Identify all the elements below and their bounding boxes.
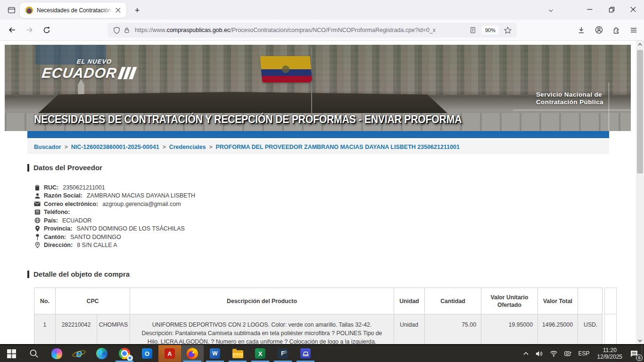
breadcrumb-credenciales[interactable]: Credenciales — [169, 144, 206, 150]
f-app-icon: F⚙ — [278, 348, 288, 359]
tray-notifications-button[interactable]: 6 — [627, 345, 642, 362]
taskbar-internet-explorer-button[interactable]: e — [68, 345, 91, 362]
taskbar-file-explorer-button[interactable] — [226, 345, 249, 362]
back-button[interactable] — [5, 23, 19, 37]
provider-fields: RUC:2350621211001 Razón Social:ZAMBRANO … — [34, 183, 195, 249]
reload-button[interactable] — [40, 23, 54, 37]
restore-button[interactable] — [601, 0, 622, 19]
forward-button[interactable] — [22, 23, 36, 37]
account-button[interactable] — [592, 23, 606, 37]
col-header-cpc: CPC — [56, 288, 130, 314]
tray-clock[interactable]: 11:20 12/9/2025 — [593, 347, 627, 361]
breadcrumb-separator: > — [65, 144, 68, 150]
breadcrumb-proforma-current[interactable]: PROFORMA DEL PROVEEDOR ZAMBRANO MACIAS D… — [216, 144, 460, 150]
forward-arrow-icon — [25, 26, 33, 34]
cell-currency: USD. — [578, 314, 603, 345]
url-bar[interactable]: https://www.compraspublicas.gob.ec/Proce… — [107, 23, 517, 38]
breadcrumb-nic-code[interactable]: NIC-1260023860001-2025-00041 — [71, 144, 159, 150]
cell-description: UNIFORMES DEPORTIVOS CON 2 LOGOS. Color:… — [130, 314, 394, 345]
taskbar-outlook-button[interactable]: O — [136, 345, 158, 362]
start-button[interactable] — [0, 345, 23, 362]
reload-icon — [43, 26, 50, 34]
cell-no: 1 — [34, 314, 56, 345]
taskbar-chrome-button[interactable] — [113, 345, 136, 362]
taskbar-acrobat-button[interactable]: A — [158, 345, 181, 362]
taskbar-word-button[interactable]: W — [204, 345, 226, 362]
nuevo-ecuador-logo: EL NUEVO ECUADOR — [41, 58, 137, 81]
tab-close-icon[interactable] — [113, 6, 123, 15]
tray-date: 12/9/2025 — [597, 354, 622, 361]
chevron-down-icon — [548, 8, 554, 14]
file-explorer-icon — [232, 350, 243, 358]
table-header-row: No. CPC Descripción del Producto Unidad … — [34, 288, 603, 314]
tray-volume-icon[interactable] — [532, 345, 546, 362]
taskbar-search-button[interactable] — [23, 345, 45, 362]
list-all-tabs-button[interactable] — [544, 4, 557, 16]
tab-title: Necesidades de Contratación y — [37, 7, 113, 14]
tray-chevron-up-icon[interactable] — [520, 345, 532, 362]
page-title: NECESIDADES DE CONTRATACIÓN Y RECEPCIÓN … — [34, 113, 462, 126]
new-tab-button[interactable]: + — [131, 4, 143, 16]
field-provincia: Provincia:SANTO DOMINGO DE LOS TSÁCHILAS — [34, 225, 195, 233]
shield-icon[interactable] — [111, 27, 122, 34]
taskbar: e O A W X F⚙ — [0, 344, 644, 362]
internet-explorer-icon: e — [73, 347, 85, 360]
chrome-profile-badge — [127, 355, 133, 361]
outlook-icon: O — [142, 348, 152, 359]
field-ruc: RUC:2350621211001 — [34, 183, 195, 192]
provider-section-heading: Datos del Proveedor — [27, 164, 102, 172]
taskbar-firefox-button[interactable] — [181, 345, 204, 362]
tray-wifi-icon[interactable] — [546, 345, 561, 362]
site-favicon-icon — [25, 7, 33, 14]
purchase-section-heading: Detalle del objeto de compra — [27, 270, 130, 278]
taskbar-scanner-button[interactable] — [294, 345, 317, 362]
page-scrollbar[interactable] — [636, 41, 644, 344]
edge-icon — [96, 348, 107, 359]
browser-tab[interactable]: Necesidades de Contratación y — [20, 2, 126, 18]
extensions-button[interactable] — [609, 23, 623, 37]
firefox-icon — [187, 348, 198, 359]
firefox-view-button[interactable] — [5, 4, 18, 16]
account-icon — [595, 26, 603, 34]
notification-count-badge: 6 — [636, 354, 643, 361]
scroll-up-arrow-icon[interactable] — [636, 41, 644, 48]
breadcrumb: Buscador > NIC-1260023860001-2025-00041 … — [27, 140, 609, 154]
window-controls — [579, 0, 644, 19]
taskbar-excel-button[interactable]: X — [249, 345, 272, 362]
col-header-unit-value: Valor Unitario Ofertado — [481, 288, 538, 314]
excel-icon: X — [255, 348, 265, 359]
navigation-bar: https://www.compraspublicas.gob.ec/Proce… — [0, 20, 644, 41]
downloads-button[interactable] — [574, 23, 588, 37]
cell-cpc-code: 282210042 — [56, 314, 97, 345]
col-header-currency — [578, 288, 603, 314]
cell-unit: Unidad — [394, 314, 425, 345]
tray-language-indicator[interactable]: ESP — [575, 345, 593, 362]
close-button[interactable] — [622, 0, 644, 19]
scroll-down-arrow-icon[interactable] — [636, 337, 644, 344]
lock-icon[interactable] — [122, 27, 132, 33]
cell-total-value: 1496.25000 — [538, 314, 578, 345]
download-icon — [578, 26, 585, 34]
col-header-no: No. — [34, 288, 56, 314]
scrollbar-thumb[interactable] — [637, 50, 643, 173]
hamburger-icon — [630, 26, 637, 34]
purchase-detail-table: No. CPC Descripción del Producto Unidad … — [34, 288, 603, 344]
field-telefono: Teléfono: — [34, 208, 195, 217]
bookmark-star-icon[interactable] — [503, 26, 513, 34]
minimize-button[interactable] — [579, 0, 601, 19]
field-canton: Cantón:SANTO DOMINGO — [34, 233, 195, 241]
map-marker-outline-icon — [34, 242, 41, 248]
taskbar-copilot-button[interactable] — [45, 345, 68, 362]
col-header-quantity: Cantidad — [425, 288, 481, 314]
taskbar-edge-button[interactable] — [91, 345, 113, 362]
menu-button[interactable] — [627, 23, 641, 37]
taskbar-f-app-button[interactable]: F⚙ — [272, 345, 294, 362]
accent-bar — [27, 131, 609, 138]
breadcrumb-buscador[interactable]: Buscador — [34, 144, 61, 150]
field-razon-social: Razón Social:ZAMBRANO MACIAS DAYANA LISB… — [34, 192, 195, 200]
tray-meet-camera-icon[interactable] — [561, 345, 575, 362]
zoom-level-indicator[interactable]: 90% — [482, 26, 499, 34]
reader-view-icon[interactable] — [468, 27, 478, 33]
page-content: EL NUEVO ECUADOR Servicio Nacional de Co… — [0, 41, 644, 344]
map-marker-icon — [34, 225, 41, 232]
